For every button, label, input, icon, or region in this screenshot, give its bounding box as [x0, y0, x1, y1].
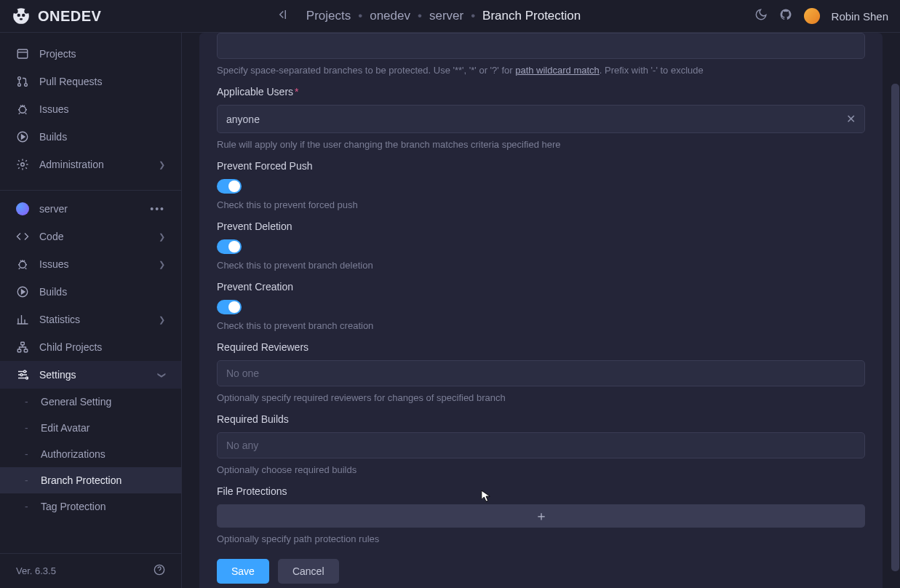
prevent-creation-toggle[interactable]	[217, 300, 242, 314]
brand-logo[interactable]: ONEDEV	[12, 7, 101, 25]
sidebar-sub-label: Edit Avatar	[41, 422, 89, 434]
required-builds-input[interactable]: No any	[217, 432, 865, 458]
applicable-users-help: Rule will apply only if the user changin…	[217, 139, 865, 150]
projects-icon	[16, 47, 29, 60]
svg-point-13	[20, 261, 26, 268]
theme-toggle-icon[interactable]	[754, 8, 768, 24]
chevron-right-icon: ❯	[159, 315, 165, 325]
sidebar-sub-tag-protection[interactable]: - Tag Protection	[0, 493, 181, 514]
svg-rect-15	[21, 342, 25, 345]
sidebar-item-administration[interactable]: Administration ❯	[0, 151, 181, 178]
sidebar-sub-edit-avatar[interactable]: - Edit Avatar	[0, 415, 181, 441]
dash-icon: -	[25, 422, 31, 434]
sidebar-item-project-builds[interactable]: Builds	[0, 278, 181, 306]
divider	[0, 190, 181, 191]
sidebar-item-builds[interactable]: Builds	[0, 123, 181, 151]
sidebar-item-issues[interactable]: Issues	[0, 95, 181, 123]
sidebar-sub-label: Tag Protection	[41, 501, 106, 512]
gear-icon	[16, 158, 29, 171]
prevent-forced-push-help: Check this to prevent forced push	[217, 199, 865, 210]
sidebar-item-pull-requests[interactable]: Pull Requests	[0, 68, 181, 95]
breadcrumb-onedev[interactable]: onedev	[370, 9, 410, 23]
sidebar-item-label: Builds	[39, 131, 67, 143]
applicable-users-input[interactable]: anyone ✕	[217, 105, 865, 133]
prevent-deletion-label: Prevent Deletion	[217, 220, 865, 232]
username[interactable]: Robin Shen	[832, 10, 888, 23]
svg-rect-6	[17, 49, 28, 58]
breadcrumb-server[interactable]: server	[429, 9, 463, 23]
github-icon[interactable]	[779, 8, 792, 24]
sidebar-item-label: Child Projects	[39, 341, 102, 353]
sidebar-sub-general[interactable]: - General Setting	[0, 389, 181, 415]
chevron-right-icon: ❯	[159, 232, 165, 242]
chevron-down-icon: ❯	[157, 372, 167, 378]
sidebar-item-label: Pull Requests	[39, 76, 102, 87]
prevent-creation-help: Check this to prevent branch creation	[217, 320, 865, 331]
svg-rect-17	[24, 349, 28, 352]
breadcrumb-projects[interactable]: Projects	[306, 9, 351, 23]
sidebar-item-label: Projects	[39, 48, 76, 60]
sidebar-item-label: Statistics	[39, 314, 80, 325]
applicable-users-label: Applicable Users*	[217, 86, 865, 98]
required-reviewers-help: Optionally specify required reviewers fo…	[217, 392, 865, 403]
svg-rect-16	[17, 349, 21, 352]
prevent-forced-push-label: Prevent Forced Push	[217, 160, 865, 172]
play-icon	[16, 130, 29, 143]
svg-point-9	[25, 84, 28, 87]
sidebar: Projects Pull Requests Issues Builds Adm…	[0, 33, 182, 588]
scrollbar-track	[891, 33, 900, 588]
sliders-icon	[16, 368, 29, 381]
sidebar-item-child-projects[interactable]: Child Projects	[0, 333, 181, 361]
version-text: Ver. 6.3.5	[16, 565, 56, 576]
cancel-button[interactable]: Cancel	[278, 559, 339, 584]
sidebar-toggle-icon[interactable]	[275, 8, 288, 24]
scrollbar-thumb[interactable]	[891, 84, 899, 571]
save-button[interactable]: Save	[217, 559, 269, 584]
required-reviewers-placeholder: No one	[226, 368, 259, 379]
required-builds-placeholder: No any	[226, 440, 258, 451]
pull-request-icon	[16, 75, 29, 88]
panda-icon	[12, 7, 31, 25]
sidebar-item-label: Builds	[39, 286, 67, 298]
project-name: server	[39, 203, 68, 215]
prevent-deletion-toggle[interactable]	[217, 239, 242, 254]
brand-text: ONEDEV	[38, 8, 101, 25]
required-reviewers-input[interactable]: No one	[217, 360, 865, 386]
svg-point-8	[18, 84, 21, 87]
branches-input[interactable]	[217, 33, 865, 59]
project-icon	[16, 202, 29, 215]
sidebar-item-code[interactable]: Code ❯	[0, 223, 181, 250]
chevron-right-icon: ❯	[159, 260, 165, 269]
add-file-protection-button[interactable]: ＋	[217, 504, 865, 528]
sidebar-item-statistics[interactable]: Statistics ❯	[0, 306, 181, 333]
sidebar-item-label: Issues	[39, 258, 68, 270]
sidebar-item-label: Code	[39, 231, 63, 242]
help-icon[interactable]	[154, 564, 165, 578]
required-reviewers-label: Required Reviewers	[217, 341, 865, 353]
avatar[interactable]	[804, 8, 820, 24]
breadcrumb-sep: •	[418, 9, 422, 23]
sidebar-sub-branch-protection[interactable]: - Branch Protection	[0, 467, 181, 493]
chevron-right-icon: ❯	[159, 160, 165, 170]
wildcard-link[interactable]: path wildcard match	[515, 65, 600, 76]
prevent-forced-push-toggle[interactable]	[217, 179, 242, 194]
dash-icon: -	[25, 501, 31, 512]
sidebar-item-label: Administration	[39, 159, 104, 170]
sidebar-sub-label: General Setting	[41, 396, 111, 408]
sidebar-sub-label: Authorizations	[41, 448, 105, 460]
prevent-deletion-help: Check this to prevent branch deletion	[217, 260, 865, 271]
sidebar-project-header[interactable]: server •••	[0, 195, 181, 223]
breadcrumb-sep: •	[358, 9, 362, 23]
svg-point-2	[24, 9, 29, 14]
required-builds-help: Optionally choose required builds	[217, 464, 865, 475]
bug-icon	[16, 103, 29, 116]
play-icon	[16, 285, 29, 298]
clear-icon[interactable]: ✕	[846, 112, 856, 126]
sidebar-item-projects[interactable]: Projects	[0, 40, 181, 68]
sidebar-item-settings[interactable]: Settings ❯	[0, 361, 181, 389]
more-icon[interactable]: •••	[150, 203, 165, 215]
sidebar-item-project-issues[interactable]: Issues ❯	[0, 250, 181, 278]
chart-icon	[16, 313, 29, 326]
dash-icon: -	[25, 396, 31, 408]
sidebar-sub-authorizations[interactable]: - Authorizations	[0, 441, 181, 467]
